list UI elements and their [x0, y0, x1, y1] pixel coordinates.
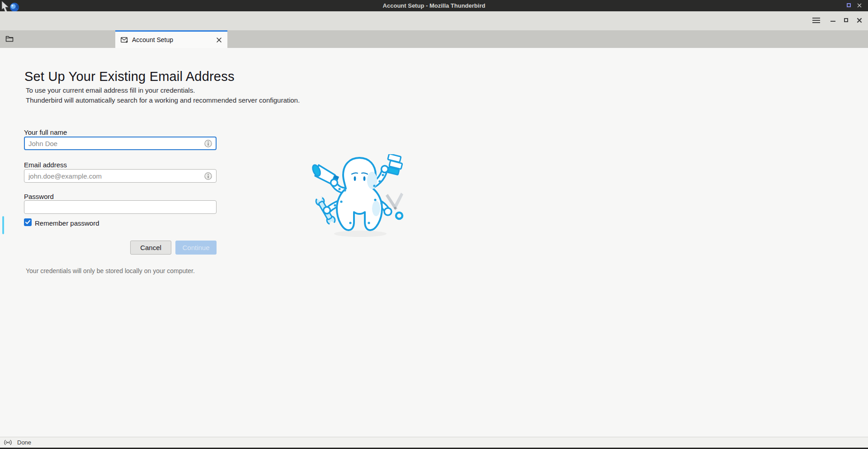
window-close-icon[interactable]	[857, 3, 862, 8]
maximize-icon[interactable]	[844, 18, 848, 22]
status-text: Done	[17, 439, 31, 446]
hamburger-menu-icon[interactable]	[812, 18, 820, 24]
status-bar: Done	[0, 437, 868, 448]
tickets-icon	[387, 154, 402, 175]
tab-label: Account Setup	[132, 36, 173, 43]
continue-button[interactable]: Continue	[175, 241, 217, 255]
page-subtitle: To use your current email address fill i…	[26, 85, 300, 105]
window-title: Account Setup - Mozilla Thunderbird	[0, 2, 868, 9]
tab-close-icon[interactable]	[216, 37, 222, 43]
account-setup-envelope-icon	[121, 37, 128, 43]
password-input[interactable]	[24, 200, 217, 214]
close-icon[interactable]	[856, 17, 863, 24]
remember-checkbox[interactable]	[24, 218, 32, 226]
window-titlebar: Account Setup - Mozilla Thunderbird	[0, 0, 868, 11]
tab-account-setup[interactable]: Account Setup	[115, 30, 227, 48]
fullname-input[interactable]	[24, 137, 217, 150]
email-input[interactable]	[24, 169, 217, 183]
cancel-button[interactable]: Cancel	[130, 241, 171, 255]
subtitle-line-1: To use your current email address fill i…	[26, 85, 300, 95]
checkmark-icon	[25, 220, 31, 225]
remember-password-label[interactable]: Remember password	[35, 219, 99, 227]
minimize-icon[interactable]	[830, 21, 835, 22]
page-title: Set Up Your Existing Email Address	[24, 69, 235, 84]
thunderbird-window: Account Setup - Mozilla Thunderbird Acco…	[0, 0, 868, 449]
password-label: Password	[24, 193, 54, 200]
subtitle-line-2: Thunderbird will automatically search fo…	[26, 95, 300, 105]
window-restore-icon[interactable]	[847, 3, 851, 7]
spaces-folder-icon[interactable]	[5, 35, 14, 43]
highlight-strip	[2, 216, 4, 234]
broadcast-icon	[4, 440, 12, 445]
app-toolbar	[0, 11, 868, 30]
thunderbird-octopus-mascot	[309, 154, 413, 238]
privacy-note: Your credentials will only be stored loc…	[26, 267, 195, 274]
fullname-info-icon[interactable]	[204, 140, 212, 147]
email-label: Email address	[24, 161, 67, 169]
fullname-label: Your full name	[24, 128, 67, 136]
email-info-icon[interactable]	[204, 172, 212, 180]
tab-bar: Account Setup	[0, 30, 868, 48]
